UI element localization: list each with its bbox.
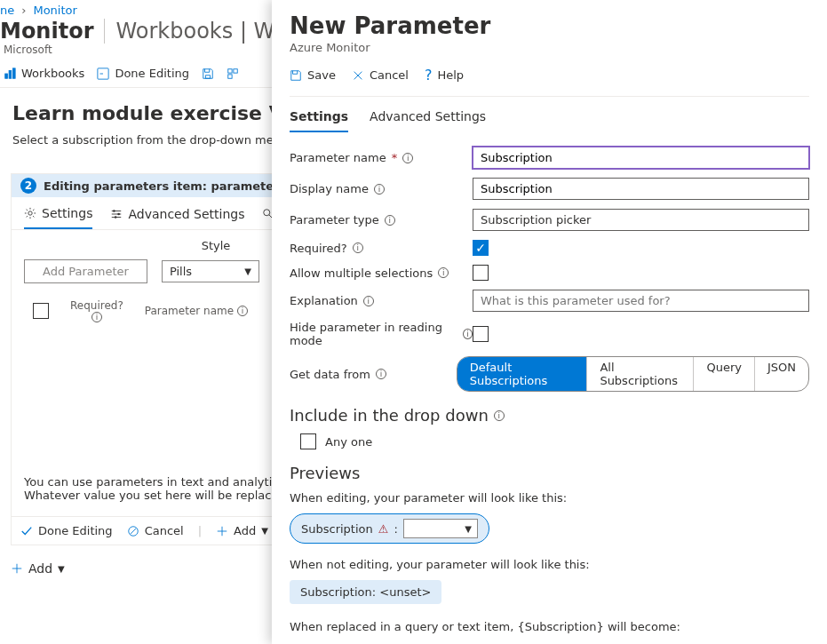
info-icon[interactable]: i <box>402 153 413 163</box>
info-icon[interactable]: i <box>494 410 505 421</box>
svg-rect-5 <box>234 68 237 72</box>
info-icon[interactable]: i <box>385 215 395 226</box>
footer-add[interactable]: Add ▼ <box>216 524 268 537</box>
help-label: Help <box>437 68 464 82</box>
pill-json[interactable]: JSON <box>754 357 808 391</box>
tab-settings-label: Settings <box>42 206 92 220</box>
workbooks-button[interactable]: Workbooks <box>4 67 84 80</box>
info-icon[interactable]: i <box>363 296 374 306</box>
info-icon[interactable]: i <box>463 329 473 339</box>
svg-rect-6 <box>228 74 232 77</box>
footer-cancel-label: Cancel <box>145 524 184 537</box>
info-icon[interactable]: i <box>91 312 102 322</box>
page-subtitle: Workbooks | Wor <box>104 19 295 44</box>
svg-point-7 <box>28 211 32 215</box>
select-all-checkbox[interactable] <box>33 303 49 319</box>
chevron-down-icon: ▼ <box>244 266 251 276</box>
breadcrumb-monitor[interactable]: Monitor <box>33 4 76 17</box>
col-required: Required? <box>70 299 123 312</box>
display-name-input[interactable] <box>473 178 809 200</box>
check-icon <box>20 525 33 537</box>
label-allow-multiple: Allow multiple selections <box>290 266 433 280</box>
workbooks-label: Workbooks <box>21 67 84 80</box>
svg-rect-0 <box>5 74 8 78</box>
bottom-add-label: Add <box>28 561 52 576</box>
pill-query[interactable]: Query <box>693 357 754 391</box>
svg-rect-2 <box>13 68 16 77</box>
panel-title: New Parameter <box>290 12 809 39</box>
any-one-label: Any one <box>325 435 372 449</box>
label-display-name: Display name <box>290 182 369 195</box>
panel-command-bar: Save Cancel ? Help <box>290 67 809 97</box>
breadcrumb-home[interactable]: ne <box>0 4 14 17</box>
tab-settings[interactable]: Settings <box>24 206 92 229</box>
style-column-label: Style <box>154 239 278 252</box>
info-icon[interactable]: i <box>376 369 386 379</box>
svg-point-9 <box>118 213 121 216</box>
label-explanation: Explanation <box>290 294 358 307</box>
pin-icon-button[interactable] <box>227 68 239 80</box>
step-badge: 2 <box>20 178 36 194</box>
info-icon[interactable]: i <box>237 306 248 316</box>
save-button[interactable]: Save <box>290 67 336 83</box>
parameter-type-select[interactable]: Subscription picker <box>473 209 809 231</box>
parameter-name-input[interactable] <box>473 147 809 169</box>
bar-chart-icon <box>4 68 16 80</box>
save-label: Save <box>307 68 336 82</box>
pill-all-subscriptions[interactable]: All Subscriptions <box>586 357 693 391</box>
hide-reading-checkbox[interactable] <box>473 326 489 342</box>
new-parameter-panel: New Parameter Azure Monitor Save Cancel … <box>272 0 827 644</box>
label-get-data-from: Get data from <box>290 368 370 381</box>
save-icon <box>290 69 302 82</box>
cancel-button[interactable]: Cancel <box>352 67 409 83</box>
add-parameter-button[interactable]: Add Parameter <box>24 259 147 283</box>
save-icon-button[interactable] <box>202 68 214 80</box>
style-select[interactable]: Pills ▼ <box>162 260 259 282</box>
info-icon[interactable]: i <box>438 267 449 278</box>
pill-default-subscriptions[interactable]: Default Subscriptions <box>457 357 587 391</box>
label-required: Required? <box>290 242 347 255</box>
svg-point-10 <box>115 216 117 219</box>
panel-subtitle: Azure Monitor <box>290 41 809 54</box>
panel-tab-advanced[interactable]: Advanced Settings <box>370 109 486 132</box>
any-one-checkbox[interactable] <box>300 433 316 449</box>
panel-tabs: Settings Advanced Settings <box>290 97 809 132</box>
plus-icon <box>11 562 23 575</box>
tab-advanced-settings[interactable]: Advanced Settings <box>110 206 244 229</box>
svg-point-8 <box>113 210 115 212</box>
plus-icon <box>216 525 228 537</box>
preview-param-dropdown[interactable]: ▼ <box>403 519 478 538</box>
preview-editing-caption: When editing, your parameter will look l… <box>290 491 809 505</box>
section-previews: Previews <box>290 464 809 482</box>
preview-param-editing[interactable]: Subscription ⚠ : ▼ <box>290 513 489 544</box>
chevron-down-icon: ▼ <box>58 564 65 574</box>
allow-multiple-checkbox[interactable] <box>473 265 489 281</box>
footer-cancel[interactable]: Cancel <box>127 524 184 537</box>
chevron-down-icon: ▼ <box>465 524 472 534</box>
info-icon[interactable]: i <box>353 242 363 253</box>
preview-param-label: Subscription <box>301 522 373 536</box>
explanation-input[interactable] <box>473 290 809 312</box>
gear-icon <box>24 207 36 219</box>
chevron-down-icon: ▼ <box>261 526 268 536</box>
preview-param-static: Subscription: <unset> <box>290 580 441 604</box>
label-hide-reading: Hide parameter in reading mode <box>290 321 457 347</box>
col-parameter-name: Parameter name <box>145 305 234 317</box>
close-icon <box>352 69 364 82</box>
help-button[interactable]: ? Help <box>425 67 464 83</box>
panel-tab-settings[interactable]: Settings <box>290 109 348 132</box>
pin-icon <box>227 68 239 80</box>
footer-done-editing[interactable]: Done Editing <box>20 524 113 537</box>
section-include: Include in the drop down i <box>290 406 809 425</box>
help-icon: ? <box>425 67 433 83</box>
done-icon <box>97 68 109 80</box>
cancel-label: Cancel <box>370 68 409 82</box>
required-checkbox[interactable]: ✓ <box>473 240 489 256</box>
cancel-icon <box>127 525 139 537</box>
page-title: Monitor <box>0 19 93 44</box>
info-icon[interactable]: i <box>374 184 385 195</box>
sliders-icon <box>110 208 123 220</box>
done-editing-button[interactable]: Done Editing <box>97 67 189 80</box>
style-value: Pills <box>170 265 192 278</box>
tab-advanced-label: Advanced Settings <box>128 207 244 221</box>
